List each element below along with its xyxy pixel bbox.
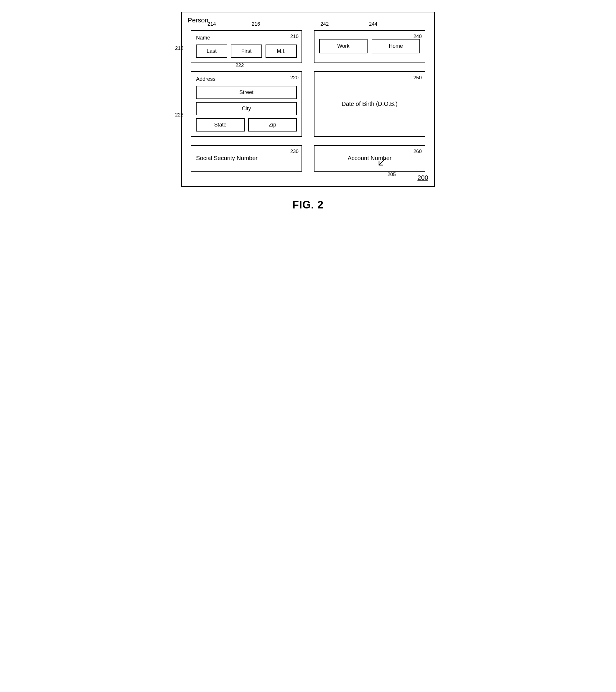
annotation-214: 214 (207, 21, 216, 27)
work-field: Work (319, 39, 368, 53)
fig-label: FIG. 2 (292, 199, 324, 211)
dob-box-number: 250 (414, 75, 422, 81)
person-container: Person 214 216 212 210 Name Last First M… (181, 12, 435, 187)
dob-text: Date of Birth (D.O.B.) (342, 101, 398, 107)
address-box-label: Address (196, 76, 297, 82)
address-box: 222 226 228 220 Address Street City Stat… (191, 71, 302, 137)
diagram-number: 200 (417, 174, 428, 181)
ssn-box: 230 Social Security Number (191, 145, 302, 172)
last-field: Last (196, 45, 227, 58)
address-box-number: 220 (290, 75, 299, 81)
page-wrapper: Person 214 216 212 210 Name Last First M… (181, 12, 435, 211)
dob-box: 250 Date of Birth (D.O.B.) (314, 71, 425, 137)
name-box-label: Name (196, 35, 297, 41)
zip-field: Zip (248, 118, 297, 131)
account-box: 260 Account Number (314, 145, 425, 172)
state-zip-row: State Zip (196, 118, 297, 131)
annotation-244: 244 (369, 21, 377, 27)
arrow-205-icon (377, 157, 389, 169)
name-box: 214 216 212 210 Name Last First M.I. (191, 30, 302, 63)
annotation-212: 212 (175, 45, 183, 51)
mi-field: M.I. (266, 45, 297, 58)
person-inner: 214 216 212 210 Name Last First M.I. 242… (191, 30, 425, 172)
annotation-226: 226 (175, 112, 183, 118)
person-label: Person (188, 17, 208, 24)
svg-line-0 (379, 158, 386, 165)
first-field: First (231, 45, 262, 58)
annotation-222: 222 (236, 63, 244, 68)
city-field: City (196, 102, 297, 115)
phone-fields: Work Home (319, 39, 420, 53)
phone-box-number: 240 (414, 34, 422, 40)
account-box-number: 260 (414, 149, 422, 154)
phone-box: 242 244 240 Work Home (314, 30, 425, 63)
state-field: State (196, 118, 245, 131)
ssn-text: Social Security Number (196, 155, 258, 161)
address-fields: Street City State Zip (196, 86, 297, 131)
annotation-216: 216 (252, 21, 260, 27)
annotation-205-label: 205 (388, 172, 396, 177)
ssn-box-number: 230 (290, 149, 299, 154)
home-field: Home (372, 39, 420, 53)
annotation-205 (377, 157, 389, 170)
name-box-number: 210 (290, 34, 299, 40)
name-fields: Last First M.I. (196, 45, 297, 58)
annotation-242: 242 (321, 21, 329, 27)
street-field: Street (196, 86, 297, 99)
